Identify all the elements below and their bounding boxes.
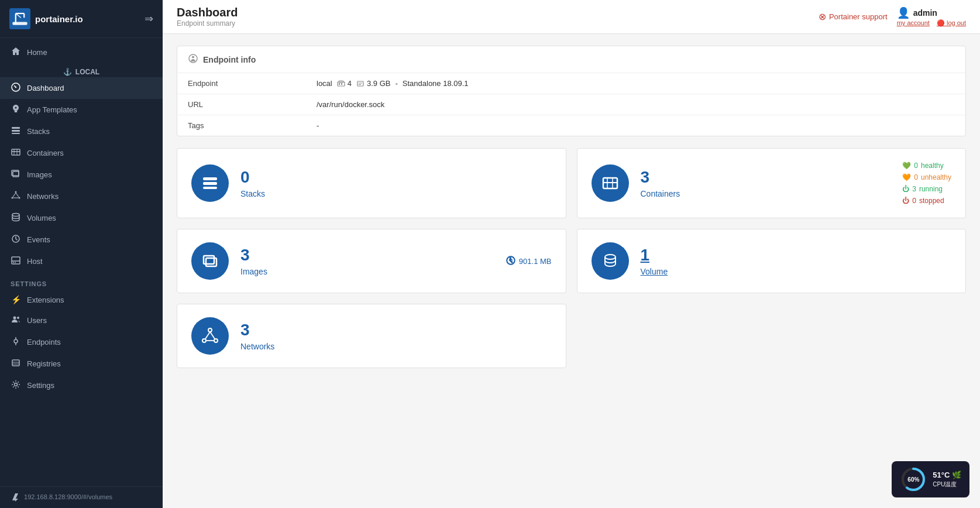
svg-point-32 <box>14 339 18 343</box>
svg-rect-55 <box>204 256 214 264</box>
host-icon <box>11 256 21 267</box>
logout-icon: 🔴 <box>937 19 945 26</box>
unhealthy-badge: 🧡 0 unhealthy <box>902 173 951 181</box>
sidebar-item-stacks[interactable]: Stacks <box>0 121 163 142</box>
sidebar-item-networks[interactable]: Networks <box>0 186 163 207</box>
svg-rect-12 <box>12 149 20 155</box>
volumes-count: 1 <box>641 246 668 265</box>
cpu-temp-label: CPU温度 <box>933 480 961 489</box>
images-size-value: 901.1 MB <box>519 257 552 266</box>
svg-rect-9 <box>12 127 20 129</box>
sidebar-item-events[interactable]: Events <box>0 229 163 250</box>
sidebar-item-registries[interactable]: Registries <box>0 353 163 375</box>
svg-point-24 <box>12 214 19 217</box>
endpoint-separator: - <box>395 79 397 88</box>
sidebar-item-settings-label: Settings <box>27 381 54 390</box>
support-icon: ⊗ <box>819 11 826 22</box>
containers-label: Containers <box>641 189 680 198</box>
sidebar-local-label: ⚓ LOCAL <box>0 63 163 77</box>
endpoint-header-label: Endpoint info <box>203 55 256 64</box>
my-account-link[interactable]: my account <box>897 19 930 27</box>
portainer-support-link[interactable]: ⊗ Portainer support <box>819 11 888 22</box>
running-icon: ⏻ <box>902 185 909 193</box>
healthy-icon: 💚 <box>902 162 911 170</box>
sidebar-item-users[interactable]: Users <box>0 310 163 331</box>
svg-rect-48 <box>203 177 217 180</box>
sidebar-item-stacks-label: Stacks <box>27 127 50 136</box>
sidebar-collapse-button[interactable]: ⇒ <box>145 12 153 25</box>
cpu-widget: 60% 51°C 🌿 CPU温度 <box>892 461 969 497</box>
volumes-label: Volume <box>641 267 668 276</box>
svg-point-61 <box>214 339 218 342</box>
volumes-card[interactable]: 1 Volume <box>577 229 967 293</box>
tags-row: Tags - <box>177 115 965 136</box>
svg-rect-42 <box>339 83 340 85</box>
sidebar-item-home-label: Home <box>27 48 47 57</box>
sidebar-item-images[interactable]: Images <box>0 164 163 186</box>
networks-label: Networks <box>240 342 274 351</box>
svg-rect-26 <box>12 257 20 264</box>
images-card[interactable]: 3 Images 901.1 MB <box>177 229 566 293</box>
sidebar: portainer.io ⇒ Home ⚓ LOCAL Dashboard <box>0 0 163 508</box>
unhealthy-icon: 🧡 <box>902 173 911 181</box>
sidebar-item-host[interactable]: Host <box>0 250 163 272</box>
svg-point-38 <box>15 383 18 386</box>
svg-rect-50 <box>203 187 217 189</box>
svg-rect-5 <box>12 22 27 25</box>
containers-count: 3 <box>641 168 680 187</box>
anchor-icon: ⚓ <box>63 68 72 76</box>
sidebar-item-endpoints[interactable]: Endpoints <box>0 331 163 353</box>
registries-icon <box>11 358 21 369</box>
sidebar-item-extensions[interactable]: ⚡ Extensions <box>0 290 163 310</box>
stacks-icon <box>11 126 21 137</box>
svg-point-19 <box>12 197 13 199</box>
endpoint-header-icon <box>188 53 198 66</box>
sidebar-item-containers[interactable]: Containers <box>0 142 163 164</box>
sidebar-logo: portainer.io <box>9 8 145 29</box>
tags-field-value: - <box>306 115 965 136</box>
sidebar-item-volumes[interactable]: Volumes <box>0 207 163 229</box>
healthy-badge: 💚 0 healthy <box>902 162 951 170</box>
sidebar-item-settings[interactable]: Settings <box>0 375 163 396</box>
svg-point-28 <box>13 262 14 263</box>
healthy-count: 0 <box>914 162 918 170</box>
logout-link[interactable]: 🔴 log out <box>937 19 966 27</box>
endpoint-table: Endpoint local 4 3.9 GB <box>177 73 965 136</box>
networks-count: 3 <box>240 321 274 339</box>
endpoint-card-header: Endpoint info <box>177 46 965 73</box>
sidebar-item-dashboard[interactable]: Dashboard <box>0 77 163 99</box>
svg-rect-0 <box>9 8 30 29</box>
sidebar-item-app-templates[interactable]: App Templates <box>0 99 163 121</box>
svg-point-40 <box>192 56 194 59</box>
topbar-user-section: 👤 admin my account 🔴 log out <box>897 6 966 27</box>
volumes-card-info: 1 Volume <box>641 246 668 276</box>
svg-rect-49 <box>203 182 217 185</box>
support-label: Portainer support <box>829 12 888 21</box>
user-info: 👤 admin <box>897 6 966 19</box>
svg-rect-11 <box>12 133 20 134</box>
containers-card[interactable]: 3 Containers 💚 0 healthy 🧡 0 unhealthy <box>577 148 967 218</box>
cpu-circle: 60% <box>900 466 927 493</box>
running-label: running <box>919 185 943 193</box>
svg-point-30 <box>13 317 16 320</box>
stopped-icon: ⏻ <box>902 197 909 205</box>
networks-card[interactable]: 3 Networks <box>177 304 566 368</box>
page-title: Dashboard <box>177 6 238 19</box>
cpu-temp: 51°C 🌿 CPU温度 <box>933 471 961 489</box>
stacks-card[interactable]: 0 Stacks <box>177 148 566 218</box>
sidebar-item-volumes-label: Volumes <box>27 214 56 222</box>
main-content: Dashboard Endpoint summary ⊗ Portainer s… <box>163 0 980 508</box>
topbar: Dashboard Endpoint summary ⊗ Portainer s… <box>163 0 980 34</box>
sidebar-nav: Home ⚓ LOCAL Dashboard App Templates <box>0 38 163 400</box>
healthy-label: healthy <box>921 162 944 170</box>
dashboard-content: Endpoint info Endpoint local 4 <box>163 34 980 508</box>
topbar-right: ⊗ Portainer support 👤 admin my account 🔴… <box>819 6 966 27</box>
containers-icon <box>11 147 21 159</box>
dashboard-icon <box>11 83 21 94</box>
networks-card-info: 3 Networks <box>240 321 274 351</box>
containers-card-icon <box>592 164 629 202</box>
endpoint-field-label: Endpoint <box>177 73 306 94</box>
svg-point-18 <box>15 191 17 193</box>
sidebar-item-users-label: Users <box>27 316 47 325</box>
sidebar-item-home[interactable]: Home <box>0 42 163 63</box>
